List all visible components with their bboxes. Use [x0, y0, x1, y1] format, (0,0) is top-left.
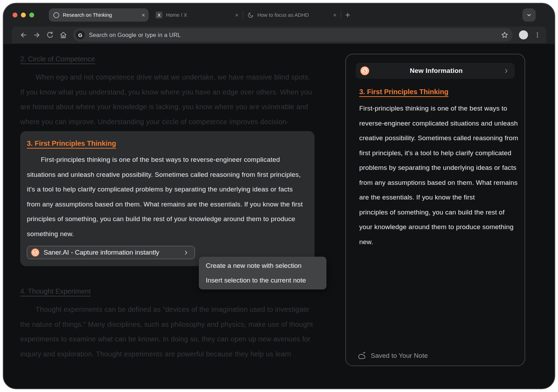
minimize-window-button[interactable] [21, 13, 26, 17]
save-status: Saved to Your Note [356, 352, 428, 360]
tab-label: Home / X [166, 12, 232, 18]
back-button[interactable] [17, 28, 30, 42]
menu-item-create-note[interactable]: Create a new note with selection [199, 258, 326, 273]
forward-button[interactable] [30, 28, 43, 42]
close-tab-icon[interactable]: × [142, 12, 145, 18]
tab-how-to-focus[interactable]: How to focus as ADHD × [243, 8, 341, 22]
page-content: 2. Circle of Competence When ego and not… [3, 44, 555, 389]
reload-button[interactable] [43, 28, 56, 42]
tab-divider [341, 12, 341, 18]
capture-button-label: Saner.AI - Capture information instantly [44, 249, 159, 256]
saner-capture-button[interactable]: S Saner.AI - Capture information instant… [27, 246, 195, 259]
home-icon [59, 31, 67, 39]
saner-logo-icon: S [31, 248, 39, 257]
zoom-window-button[interactable] [29, 13, 34, 17]
capture-context-menu: Create a new note with selection Insert … [199, 257, 326, 289]
home-button[interactable] [56, 28, 70, 42]
panel-header[interactable]: S New Information [356, 63, 515, 79]
bookmark-star-icon[interactable] [501, 31, 508, 39]
navigation-toolbar: G Search on Google or type in a URL [12, 27, 546, 43]
reload-icon [46, 31, 54, 39]
address-bar[interactable]: G Search on Google or type in a URL [73, 28, 513, 42]
x-logo-icon: X [156, 12, 163, 18]
tab-research-on-thinking[interactable]: Research on Thinking × [49, 8, 149, 22]
tab-search-button[interactable] [522, 8, 536, 22]
forward-arrow-icon [33, 31, 41, 39]
panel-section-link-first-principles[interactable]: 3. First Principles Thinking [359, 88, 448, 96]
section-link-thought-experiment: 4. Thought Experiment [20, 287, 91, 295]
tab-home-x[interactable]: X Home / X × [151, 8, 243, 22]
paragraph-thought-experiment: Thought experiments can be defined as "d… [20, 302, 315, 361]
tab-strip: Research on Thinking × X Home / X × How … [3, 3, 555, 27]
selection-text: First-principles thinking is one of the … [27, 152, 307, 241]
browser-window: Research on Thinking × X Home / X × How … [3, 3, 555, 389]
save-status-label: Saved to Your Note [371, 352, 428, 360]
highlighted-selection-box: 3. First Principles Thinking First-princ… [20, 131, 315, 266]
tab-label: How to focus as ADHD [257, 12, 330, 18]
profile-avatar[interactable] [519, 30, 528, 39]
chevron-right-icon [183, 250, 189, 256]
tab-label: Research on Thinking [63, 12, 138, 18]
chevron-down-icon [526, 12, 532, 18]
panel-note-text: First-principles thinking is one of the … [359, 101, 519, 249]
paragraph-circle-of-competence: When ego and not competence drive what w… [20, 70, 315, 129]
section-link-first-principles[interactable]: 3. First Principles Thinking [27, 140, 116, 147]
moon-icon [247, 12, 254, 18]
google-logo-icon: G [76, 30, 85, 39]
traffic-lights [13, 13, 34, 17]
new-tab-button[interactable]: + [345, 10, 350, 20]
saner-logo-icon: S [360, 66, 369, 75]
kebab-menu-icon[interactable] [534, 32, 541, 38]
saner-side-panel: S New Information 3. First Principles Th… [345, 54, 525, 366]
back-arrow-icon [20, 31, 28, 39]
cloud-sync-icon [356, 352, 366, 360]
panel-title: New Information [369, 67, 503, 75]
close-tab-icon[interactable]: × [235, 12, 239, 18]
chevron-right-icon[interactable] [503, 68, 509, 74]
menu-item-insert-selection[interactable]: Insert selection to the current note [199, 273, 326, 288]
close-window-button[interactable] [13, 13, 17, 17]
site-favicon-icon [53, 12, 59, 18]
address-placeholder: Search on Google or type in a URL [89, 32, 497, 38]
section-link-circle-of-competence: 2. Circle of Competence [20, 55, 95, 63]
close-tab-icon[interactable]: × [333, 12, 337, 18]
